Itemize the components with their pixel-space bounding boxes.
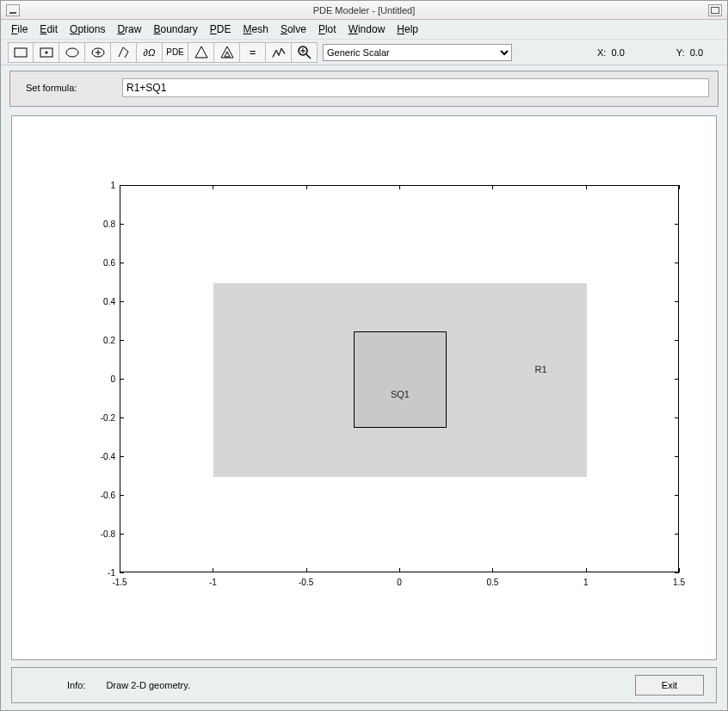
menu-window[interactable]: Window	[349, 23, 386, 35]
drawing-canvas[interactable]: R1SQ1 -1-0.8-0.6-0.4-0.200.20.40.60.81-1…	[11, 115, 717, 660]
x-tick-label: -1	[209, 578, 217, 587]
ellipse-tool-button[interactable]	[59, 42, 85, 63]
x-tick-label: 0	[397, 578, 402, 587]
svg-point-4	[66, 48, 78, 57]
rectangle-center-tool-button[interactable]	[34, 42, 59, 63]
minimize-button[interactable]	[6, 4, 20, 16]
plot-solution-button[interactable]	[266, 42, 292, 63]
x-tick-label: 1	[583, 578, 589, 587]
ellipse-center-tool-button[interactable]	[85, 42, 111, 63]
y-tick-label: 0.8	[81, 219, 115, 229]
menu-pde[interactable]: PDE	[210, 23, 231, 35]
y-tick-label: 0.6	[81, 258, 115, 268]
menu-mesh[interactable]: Mesh	[244, 23, 268, 35]
menu-plot[interactable]: Plot	[318, 23, 336, 35]
zoom-button[interactable]	[292, 42, 318, 63]
menu-file[interactable]: File	[11, 23, 28, 35]
y-tick-label: -0.4	[81, 452, 115, 461]
boundary-mode-button[interactable]: ∂Ω	[137, 42, 163, 63]
menu-boundary[interactable]: Boundary	[153, 23, 197, 35]
y-tick-label: 1	[81, 181, 115, 190]
refine-mesh-button[interactable]	[214, 42, 240, 63]
x-tick-label: -1.5	[112, 578, 126, 587]
svg-marker-8	[195, 46, 207, 58]
info-label: Info:	[67, 680, 85, 690]
info-message: Draw 2-D geometry.	[106, 680, 190, 690]
app-window: PDE Modeler - [Untitled] FileEditOptions…	[0, 0, 728, 711]
y-tick-label: 0.2	[81, 336, 115, 345]
shape-label: R1	[535, 364, 547, 374]
shape-label: SQ1	[391, 389, 410, 399]
menu-edit[interactable]: Edit	[40, 23, 58, 35]
x-tick-label: 0.5	[486, 578, 498, 587]
y-tick-label: -0.6	[81, 491, 115, 500]
y-tick-label: -0.2	[81, 413, 115, 423]
svg-marker-10	[225, 52, 230, 57]
menu-draw[interactable]: Draw	[117, 23, 141, 35]
titlebar: PDE Modeler - [Untitled]	[1, 1, 727, 20]
menu-solve[interactable]: Solve	[281, 23, 306, 35]
y-tick-label: 0	[81, 374, 115, 384]
set-formula-panel: Set formula:	[9, 71, 719, 107]
pde-mode-button[interactable]: PDE	[163, 42, 188, 63]
solve-button[interactable]: =	[240, 42, 266, 63]
menubar: FileEditOptionsDrawBoundaryPDEMeshSolveP…	[1, 20, 727, 40]
y-tick-label: -0.8	[81, 529, 115, 539]
x-tick-label: -0.5	[299, 578, 313, 587]
rectangle-tool-button[interactable]	[8, 42, 34, 63]
y-tick-label: -1	[81, 568, 115, 578]
window-title: PDE Modeler - [Untitled]	[22, 5, 706, 15]
menu-options[interactable]: Options	[70, 23, 105, 35]
mesh-button[interactable]	[188, 42, 214, 63]
exit-button[interactable]: Exit	[635, 675, 704, 696]
set-formula-label: Set formula:	[19, 83, 105, 93]
coordinate-readout: X: 0.0 Y: 0.0	[512, 47, 720, 58]
application-type-select[interactable]: Generic Scalar	[323, 44, 512, 61]
menu-help[interactable]: Help	[397, 23, 418, 35]
shape-sq1[interactable]: SQ1	[354, 331, 447, 429]
svg-line-12	[306, 54, 311, 59]
svg-rect-0	[15, 48, 27, 57]
x-tick-label: 1.5	[673, 578, 685, 587]
status-bar: Info: Draw 2-D geometry. Exit	[11, 667, 717, 703]
y-tick-label: 0.4	[81, 297, 115, 306]
plot-axes: R1SQ1	[120, 185, 679, 572]
polygon-tool-button[interactable]	[111, 42, 137, 63]
maximize-button[interactable]	[708, 4, 722, 16]
set-formula-input[interactable]	[122, 78, 709, 97]
toolbar: ∂Ω PDE = Generic Scalar X: 0.0 Y: 0.0	[1, 40, 727, 65]
